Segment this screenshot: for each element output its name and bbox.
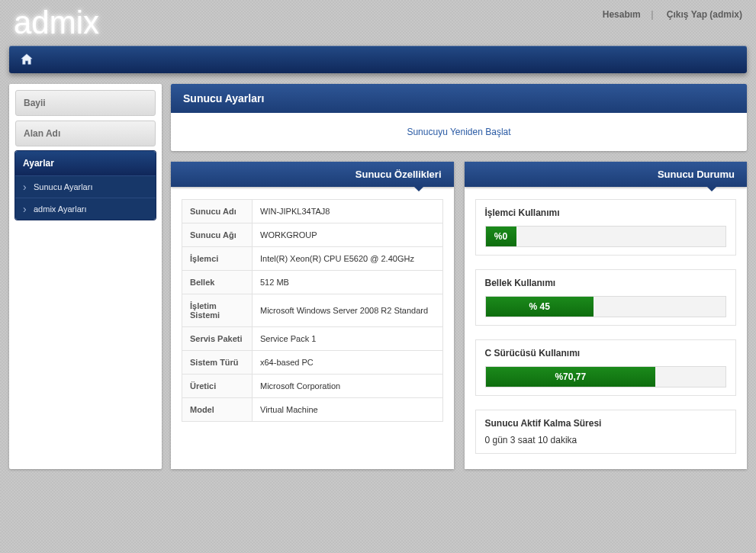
specs-section-title: Sunucu Özellikleri: [171, 162, 454, 187]
mem-usage-fill: % 45: [486, 297, 594, 317]
account-link[interactable]: Hesabım: [603, 9, 641, 20]
logout-link[interactable]: Çıkış Yap (admix): [667, 9, 742, 20]
cpu-usage-block: İşlemci Kullanımı %0: [475, 199, 737, 256]
spec-value: 512 MB: [253, 271, 443, 294]
spec-key: Model: [182, 398, 253, 422]
spec-key: Servis Paketi: [182, 327, 253, 351]
spec-value: Microsoft Corporation: [253, 375, 443, 398]
spec-value: Virtual Machine: [253, 398, 443, 422]
mem-usage-block: Bellek Kullanımı % 45: [475, 269, 737, 326]
table-row: İşlemciIntel(R) Xeon(R) CPU E5620 @ 2.40…: [182, 247, 443, 271]
table-row: ModelVirtual Machine: [182, 398, 443, 422]
disk-usage-fill: %70,77: [486, 367, 656, 387]
cpu-usage-bar: %0: [485, 226, 727, 247]
spec-value: Intel(R) Xeon(R) CPU E5620 @ 2.40GHz: [253, 247, 443, 271]
page-title: Sunucu Ayarları: [171, 84, 747, 113]
sidebar-item-admix-settings[interactable]: admix Ayarları: [15, 198, 156, 220]
table-row: Servis PaketiService Pack 1: [182, 327, 443, 351]
specs-column: Sunucu Özellikleri Sunucu AdıWIN-JIPKL34…: [171, 162, 454, 469]
table-row: Sistem Türüx64-based PC: [182, 351, 443, 375]
sidebar-item-server-settings[interactable]: Sunucu Ayarları: [15, 175, 156, 198]
spec-value: Service Pack 1: [253, 327, 443, 351]
home-icon[interactable]: [20, 53, 34, 66]
sidebar-group-settings: Ayarlar Sunucu Ayarları admix Ayarları: [15, 151, 156, 220]
uptime-label: Sunucu Aktif Kalma Süresi: [485, 418, 727, 429]
spec-key: İşletim Sistemi: [182, 294, 253, 327]
status-section-title: Sunucu Durumu: [465, 162, 748, 187]
table-row: Sunucu AğıWORKGROUP: [182, 223, 443, 247]
disk-usage-bar: %70,77: [485, 366, 727, 387]
disk-usage-block: C Sürücüsü Kullanımı %70,77: [475, 339, 737, 396]
spec-value: WIN-JIPKL34TAJ8: [253, 200, 443, 223]
spec-key: Üretici: [182, 375, 253, 398]
spec-value: WORKGROUP: [253, 223, 443, 247]
navbar: [9, 46, 747, 73]
spec-key: Sunucu Adı: [182, 200, 253, 223]
sidebar: Bayii Alan Adı Ayarlar Sunucu Ayarları a…: [9, 84, 162, 469]
spec-value: x64-based PC: [253, 351, 443, 375]
cpu-usage-fill: %0: [486, 227, 516, 246]
restart-server-link[interactable]: Sunucuyu Yeniden Başlat: [185, 127, 733, 137]
spec-key: Bellek: [182, 271, 253, 294]
separator: |: [651, 9, 653, 20]
spec-key: İşlemci: [182, 247, 253, 271]
spec-value: Microsoft Windows Server 2008 R2 Standar…: [253, 294, 443, 327]
table-row: ÜreticiMicrosoft Corporation: [182, 375, 443, 398]
main-content: Sunucu Ayarları Sunucuyu Yeniden Başlat …: [171, 84, 747, 469]
sidebar-group-title[interactable]: Ayarlar: [15, 151, 156, 175]
spec-key: Sunucu Ağı: [182, 223, 253, 247]
mem-usage-label: Bellek Kullanımı: [485, 278, 727, 288]
disk-usage-label: C Sürücüsü Kullanımı: [485, 348, 727, 358]
uptime-value: 0 gün 3 saat 10 dakika: [485, 435, 727, 445]
page-header-panel: Sunucu Ayarları Sunucuyu Yeniden Başlat: [171, 84, 747, 151]
sidebar-item-domain[interactable]: Alan Adı: [15, 121, 156, 146]
cpu-usage-label: İşlemci Kullanımı: [485, 207, 727, 218]
table-row: İşletim SistemiMicrosoft Windows Server …: [182, 294, 443, 327]
spec-key: Sistem Türü: [182, 351, 253, 375]
sidebar-item-reseller[interactable]: Bayii: [15, 90, 156, 116]
status-column: Sunucu Durumu İşlemci Kullanımı %0 Belle…: [465, 162, 748, 469]
mem-usage-bar: % 45: [485, 296, 727, 317]
table-row: Sunucu AdıWIN-JIPKL34TAJ8: [182, 200, 443, 223]
table-row: Bellek512 MB: [182, 271, 443, 294]
specs-table: Sunucu AdıWIN-JIPKL34TAJ8Sunucu AğıWORKG…: [182, 199, 443, 422]
uptime-block: Sunucu Aktif Kalma Süresi 0 gün 3 saat 1…: [475, 410, 737, 454]
